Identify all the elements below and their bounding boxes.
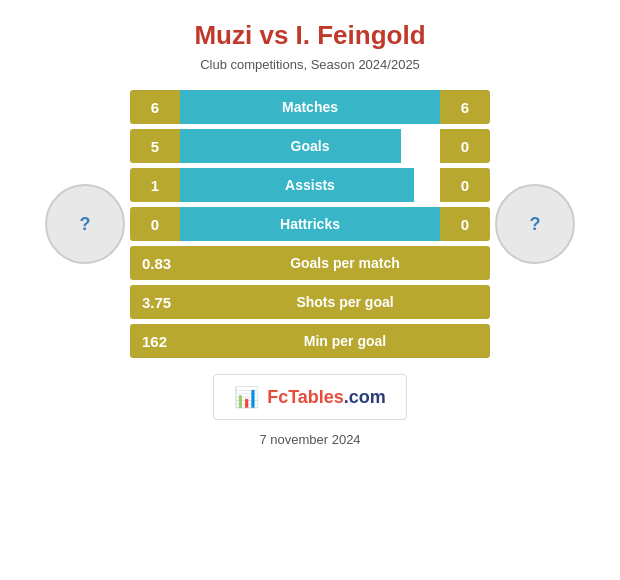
right-avatar: ?	[490, 184, 580, 264]
left-player-image: ?	[45, 184, 125, 264]
matches-row: 6 Matches 6	[130, 90, 490, 124]
shots-per-goal-bar: 3.75 Shots per goal	[130, 285, 490, 319]
shots-per-goal-label: Shots per goal	[212, 294, 478, 310]
left-question-icon: ?	[80, 214, 91, 235]
match-title: Muzi vs I. Feingold	[194, 20, 425, 51]
goals-per-match-bar: 0.83 Goals per match	[130, 246, 490, 280]
fctables-brand-fc: Fc	[267, 387, 288, 407]
left-avatar: ?	[40, 184, 130, 264]
goals-row: 5 Goals 0	[130, 129, 490, 163]
goals-per-match-row: 0.83 Goals per match	[130, 246, 490, 280]
shots-per-goal-value: 3.75	[142, 294, 182, 311]
matches-right-value: 6	[440, 90, 490, 124]
min-per-goal-row: 162 Min per goal	[130, 324, 490, 358]
assists-label: Assists	[285, 177, 335, 193]
goals-per-match-label: Goals per match	[212, 255, 478, 271]
footer-date: 7 november 2024	[259, 432, 360, 447]
assists-row: 1 Assists 0	[130, 168, 490, 202]
bars-container: 6 Matches 6 5 Goals 0 1 Ass	[130, 90, 490, 358]
stats-section: ? 6 Matches 6 5 Goals 0	[10, 90, 610, 358]
right-question-icon: ?	[530, 214, 541, 235]
matches-label: Matches	[180, 90, 440, 124]
matches-left-value: 6	[130, 90, 180, 124]
shots-per-goal-row: 3.75 Shots per goal	[130, 285, 490, 319]
right-player-image: ?	[495, 184, 575, 264]
hattricks-label: Hattricks	[180, 207, 440, 241]
goals-left-value: 5	[130, 129, 180, 163]
min-per-goal-value: 162	[142, 333, 182, 350]
match-subtitle: Club competitions, Season 2024/2025	[200, 57, 420, 72]
min-per-goal-bar: 162 Min per goal	[130, 324, 490, 358]
hattricks-row: 0 Hattricks 0	[130, 207, 490, 241]
chart-icon: 📊	[234, 385, 259, 409]
fctables-brand-tables: Tables	[288, 387, 344, 407]
goals-label: Goals	[291, 138, 330, 154]
hattricks-right-value: 0	[440, 207, 490, 241]
main-container: Muzi vs I. Feingold Club competitions, S…	[0, 0, 620, 580]
goals-bar: Goals	[180, 129, 440, 163]
hattricks-left-value: 0	[130, 207, 180, 241]
fctables-brand-domain: .com	[344, 387, 386, 407]
goals-right-value: 0	[440, 129, 490, 163]
assists-bar: Assists	[180, 168, 440, 202]
fctables-logo[interactable]: 📊 FcTables.com	[213, 374, 407, 420]
assists-left-value: 1	[130, 168, 180, 202]
min-per-goal-label: Min per goal	[212, 333, 478, 349]
goals-per-match-value: 0.83	[142, 255, 182, 272]
fctables-brand: FcTables.com	[267, 387, 386, 408]
assists-right-value: 0	[440, 168, 490, 202]
